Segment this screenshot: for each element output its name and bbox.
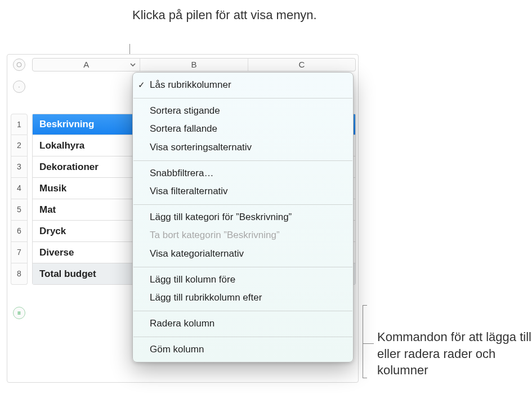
- column-header-label: A: [83, 60, 89, 69]
- menu-item-add-category-for[interactable]: Lägg till kategori för ”Beskrivning”: [133, 208, 353, 227]
- row-header[interactable]: 2: [11, 135, 28, 156]
- select-all-handle[interactable]: [13, 59, 25, 71]
- menu-separator: [133, 267, 352, 267]
- row-header[interactable]: 3: [11, 156, 28, 178]
- menu-item-label: Visa kategorialternativ: [150, 248, 244, 259]
- menu-item-add-header-column-after[interactable]: Lägg till rubrikkolumn efter: [133, 289, 353, 307]
- column-header-c[interactable]: C: [248, 59, 355, 71]
- svg-point-0: [17, 62, 21, 67]
- menu-separator: [133, 98, 352, 98]
- row-header[interactable]: 5: [11, 199, 28, 221]
- menu-item-delete-column[interactable]: Radera kolumn: [133, 315, 353, 333]
- callout-connector-right: [363, 343, 374, 344]
- callout-right: Kommandon för att lägga till eller rader…: [377, 329, 532, 379]
- column-header-a[interactable]: A: [33, 59, 140, 71]
- menu-item-label: Lägg till kolumn före: [150, 274, 235, 285]
- menu-separator: [133, 311, 352, 311]
- menu-item-show-filter-options[interactable]: Visa filteralternativ: [133, 182, 353, 201]
- menu-item-label: Lås rubrikkolumner: [150, 79, 231, 90]
- menu-item-quick-filter[interactable]: Snabbfiltrera…: [133, 164, 353, 183]
- handle-dot-icon: ·: [19, 84, 20, 90]
- table-cell[interactable]: Mat: [33, 204, 62, 216]
- menu-item-label: Snabbfiltrera…: [150, 168, 213, 178]
- menu-item-label: Sortera stigande: [150, 105, 220, 116]
- menu-separator: [133, 160, 352, 161]
- row-header-bar: 1 2 3 4 5 6 7 8: [11, 114, 28, 285]
- menu-item-label: Lägg till kategori för ”Beskrivning”: [150, 212, 292, 222]
- menu-item-remove-category: Ta bort kategorin ”Beskrivning”: [133, 226, 353, 245]
- menu-item-show-category-options[interactable]: Visa kategorialternativ: [133, 245, 353, 263]
- menu-separator: [133, 204, 352, 205]
- menu-item-sort-descending[interactable]: Sortera fallande: [133, 120, 353, 138]
- menu-item-sort-ascending[interactable]: Sortera stigande: [133, 102, 353, 120]
- column-header-label: C: [298, 60, 305, 69]
- menu-item-add-column-before[interactable]: Lägg till kolumn före: [133, 271, 353, 289]
- menu-separator: [133, 337, 352, 337]
- table-cell[interactable]: Dryck: [33, 226, 73, 237]
- table-cell[interactable]: Lokalhyra: [33, 140, 91, 151]
- column-header-label: B: [191, 60, 196, 69]
- menu-item-label: Visa filteralternativ: [150, 186, 228, 196]
- row-header[interactable]: 6: [11, 221, 28, 242]
- equals-icon: =: [17, 310, 21, 316]
- row-header[interactable]: 8: [11, 263, 28, 285]
- chevron-down-icon: [129, 61, 136, 68]
- table-cell[interactable]: Musik: [33, 183, 73, 194]
- column-header-b[interactable]: B: [140, 59, 248, 71]
- menu-item-lock-header-columns[interactable]: ✓ Lås rubrikkolumner: [133, 76, 353, 95]
- add-row-button[interactable]: =: [13, 307, 25, 319]
- menu-item-hide-column[interactable]: Göm kolumn: [133, 341, 353, 359]
- table-cell[interactable]: Dekorationer: [33, 162, 105, 173]
- table-cell[interactable]: Beskrivning: [33, 119, 101, 130]
- menu-item-label: Göm kolumn: [150, 344, 204, 355]
- column-header-bar: A B C: [32, 58, 356, 71]
- menu-item-label: Lägg till rubrikkolumn efter: [150, 292, 262, 303]
- row-header[interactable]: 1: [11, 114, 28, 135]
- column-context-menu: ✓ Lås rubrikkolumner Sortera stigande So…: [132, 72, 354, 362]
- callout-top: Klicka på pilen för att visa menyn.: [132, 7, 317, 24]
- table-cell[interactable]: Diverse: [33, 247, 81, 258]
- checkmark-icon: ✓: [138, 79, 145, 91]
- menu-item-label: Visa sorteringsalternativ: [150, 142, 252, 153]
- table-cell[interactable]: Total budget: [33, 268, 103, 280]
- menu-item-label: Sortera fallande: [150, 123, 217, 134]
- column-menu-arrow[interactable]: [129, 61, 136, 68]
- row-header[interactable]: 4: [11, 178, 28, 199]
- row-handle-top[interactable]: ·: [13, 80, 25, 93]
- menu-item-show-sort-options[interactable]: Visa sorteringsalternativ: [133, 138, 353, 157]
- row-header[interactable]: 7: [11, 242, 28, 263]
- menu-item-label: Ta bort kategorin ”Beskrivning”: [150, 230, 280, 240]
- callout-bracket-right: [363, 305, 363, 378]
- menu-item-label: Radera kolumn: [150, 318, 214, 329]
